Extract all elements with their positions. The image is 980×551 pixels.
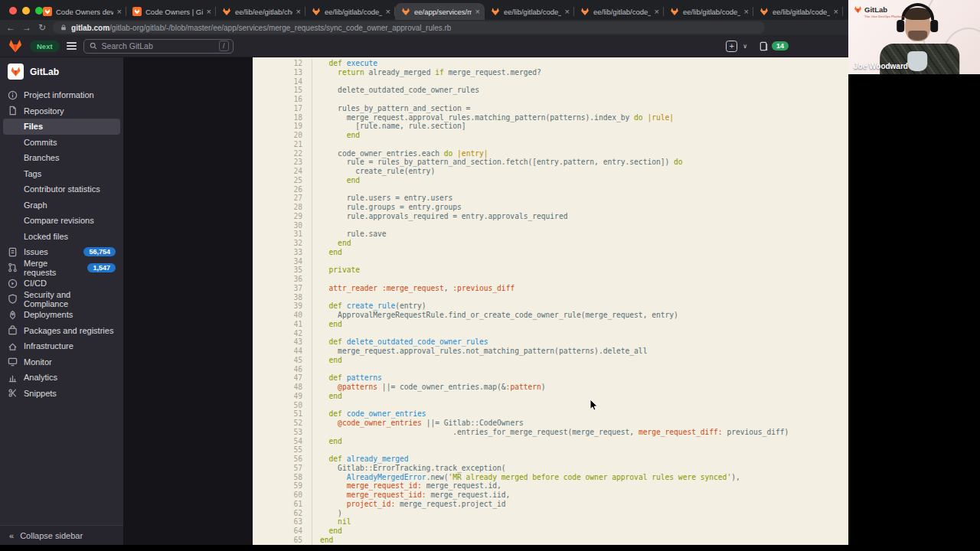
line-number[interactable]: 35: [253, 266, 312, 275]
address-bar[interactable]: gitlab.com/gitlab-org/gitlab/-/blob/mast…: [53, 21, 765, 34]
reload-icon[interactable]: ↻: [38, 23, 46, 32]
line-number[interactable]: 29: [253, 212, 312, 221]
menu-icon[interactable]: [67, 42, 77, 50]
sidebar-item-graph[interactable]: Graph: [0, 197, 123, 214]
tab-close-icon[interactable]: ×: [744, 8, 749, 15]
tab-close-icon[interactable]: ×: [296, 8, 301, 15]
sidebar-item-analytics[interactable]: Analytics: [0, 370, 123, 386]
browser-tab[interactable]: Code Owners | GitLab×: [126, 3, 216, 20]
line-number[interactable]: 50: [253, 401, 312, 410]
line-number[interactable]: 25: [253, 176, 312, 185]
minimize-window-button[interactable]: [22, 7, 30, 15]
sidebar-item-compare-revisions[interactable]: Compare revisions: [0, 213, 123, 229]
line-number[interactable]: 21: [253, 140, 312, 149]
line-number[interactable]: 32: [253, 239, 312, 248]
line-number[interactable]: 36: [253, 275, 312, 284]
sidebar-item-branches[interactable]: Branches: [0, 150, 123, 166]
line-number[interactable]: 59: [253, 481, 312, 491]
line-number[interactable]: 61: [253, 500, 312, 509]
collapse-sidebar-button[interactable]: « Collapse sidebar: [0, 525, 123, 545]
line-number[interactable]: 47: [253, 373, 312, 383]
browser-tab[interactable]: ee/lib/gitlab/code_owners.rb×: [485, 3, 574, 20]
sidebar-item-repository[interactable]: Repository: [0, 103, 123, 119]
close-window-button[interactable]: [9, 7, 17, 15]
line-number[interactable]: 23: [253, 158, 312, 167]
line-number[interactable]: 57: [253, 464, 312, 473]
line-number[interactable]: 20: [253, 131, 312, 140]
sidebar-item-packages-and-registries[interactable]: Packages and registries: [0, 323, 123, 339]
line-number[interactable]: 51: [253, 409, 312, 419]
line-number[interactable]: 12: [253, 59, 312, 68]
back-icon[interactable]: ←: [6, 23, 15, 32]
line-number[interactable]: 63: [253, 517, 312, 527]
line-number[interactable]: 45: [253, 356, 312, 365]
search-input[interactable]: Search GitLab /: [83, 39, 234, 54]
sidebar-item-merge-requests[interactable]: Merge requests1,547: [0, 260, 123, 276]
sidebar-item-ci-cd[interactable]: CI/CD: [0, 276, 123, 292]
new-item-button[interactable]: +: [726, 41, 737, 52]
sidebar-item-snippets[interactable]: Snippets: [0, 386, 123, 402]
line-number[interactable]: 18: [253, 113, 312, 122]
line-number[interactable]: 27: [253, 194, 312, 203]
sidebar-item-security-and-compliance[interactable]: Security and Compliance: [0, 292, 123, 308]
line-number[interactable]: 17: [253, 104, 312, 113]
sidebar-item-commits[interactable]: Commits: [0, 135, 123, 151]
browser-tab[interactable]: ee/lib/ee/gitlab/checks/diff_ch×: [216, 3, 305, 20]
line-number[interactable]: 37: [253, 284, 312, 293]
sidebar-item-tags[interactable]: Tags: [0, 166, 123, 182]
todo-list-icon[interactable]: [759, 41, 769, 51]
line-number[interactable]: 41: [253, 320, 312, 329]
line-number[interactable]: 64: [253, 527, 312, 536]
line-number[interactable]: 65: [253, 536, 312, 545]
line-number[interactable]: 39: [253, 302, 312, 311]
tab-close-icon[interactable]: ×: [207, 8, 211, 15]
line-number[interactable]: 33: [253, 248, 312, 257]
line-number[interactable]: 16: [253, 95, 312, 104]
sidebar-item-infrastructure[interactable]: Infrastructure: [0, 338, 123, 354]
sidebar-item-contributor-statistics[interactable]: Contributor statistics: [0, 181, 123, 197]
browser-tab[interactable]: ee/lib/gitlab/code_owners/val×: [305, 3, 395, 20]
gitlab-logo-icon[interactable]: [8, 38, 23, 54]
line-number[interactable]: 14: [253, 77, 312, 86]
line-number[interactable]: 53: [253, 428, 312, 437]
line-number[interactable]: 34: [253, 257, 312, 266]
tab-close-icon[interactable]: ×: [117, 8, 122, 15]
line-number[interactable]: 49: [253, 392, 312, 401]
browser-tab[interactable]: ee/lib/gitlab/code_owners - m×: [574, 3, 664, 20]
todo-count-badge[interactable]: 14: [772, 41, 789, 51]
browser-tab[interactable]: ee/app/services/merge_requ×: [395, 3, 485, 20]
line-number[interactable]: 22: [253, 149, 312, 158]
tab-close-icon[interactable]: ×: [475, 8, 480, 15]
line-number[interactable]: 58: [253, 473, 312, 482]
line-number[interactable]: 62: [253, 509, 312, 518]
line-number[interactable]: 30: [253, 221, 312, 230]
sidebar-item-issues[interactable]: Issues56,754: [0, 244, 123, 260]
sidebar-item-deployments[interactable]: Deployments: [0, 307, 123, 323]
browser-tab[interactable]: ee/lib/gitlab/code_owners/loa×: [753, 3, 843, 20]
line-number[interactable]: 26: [253, 185, 312, 194]
line-number[interactable]: 44: [253, 347, 312, 356]
line-number[interactable]: 43: [253, 337, 312, 347]
tab-close-icon[interactable]: ×: [655, 8, 659, 15]
tab-close-icon[interactable]: ×: [565, 8, 570, 15]
sidebar-item-locked-files[interactable]: Locked files: [0, 229, 123, 245]
line-number[interactable]: 52: [253, 419, 312, 428]
line-number[interactable]: 13: [253, 68, 312, 77]
line-number[interactable]: 19: [253, 122, 312, 131]
browser-tab[interactable]: ee/lib/gitlab/code_owners/file×: [664, 3, 753, 20]
line-number[interactable]: 38: [253, 293, 312, 302]
line-number[interactable]: 55: [253, 445, 312, 455]
line-number[interactable]: 46: [253, 365, 312, 374]
tab-close-icon[interactable]: ×: [386, 8, 390, 15]
sidebar-item-monitor[interactable]: Monitor: [0, 354, 123, 370]
line-number[interactable]: 28: [253, 203, 312, 212]
line-number[interactable]: 24: [253, 167, 312, 176]
file-code-viewer[interactable]: 12 def execute13 return already_merged i…: [253, 57, 848, 545]
line-number[interactable]: 31: [253, 230, 312, 239]
project-header[interactable]: GitLab: [0, 57, 123, 87]
line-number[interactable]: 48: [253, 383, 312, 392]
line-number[interactable]: 56: [253, 455, 312, 464]
sidebar-item-project-information[interactable]: Project information: [0, 87, 123, 103]
sidebar-item-files[interactable]: Files: [3, 119, 120, 135]
forward-icon[interactable]: →: [22, 23, 31, 32]
